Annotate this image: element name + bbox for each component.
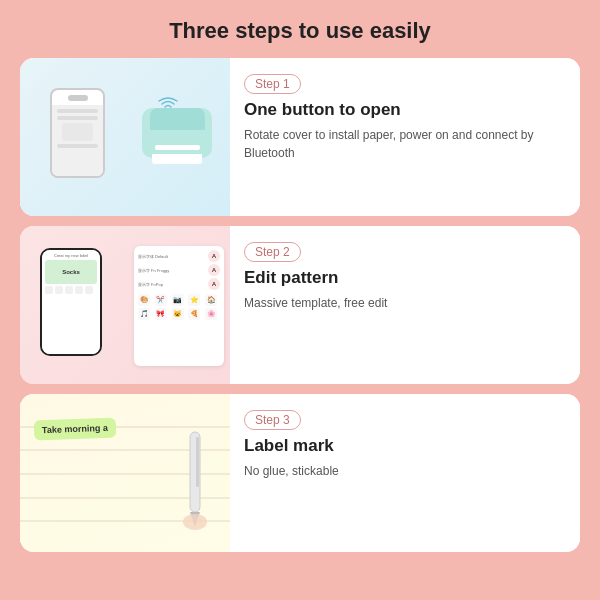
step3-badge: Step 3 <box>244 410 301 430</box>
step2-phone-screen: Creat my new label Socks <box>42 250 100 354</box>
side-panel-icon: A <box>208 278 220 290</box>
icon-cell: ⭐ <box>188 294 200 306</box>
phone-screen <box>52 105 103 176</box>
side-panel-row: 显示字 FnPop A <box>138 278 220 290</box>
step1-image <box>20 58 230 216</box>
icon-cell: 🎨 <box>138 294 150 306</box>
book-visual: Take morning a <box>20 394 230 552</box>
icon-cell: 🎵 <box>138 308 150 320</box>
step2-info: Step 2 Edit pattern Massive template, fr… <box>230 226 580 384</box>
side-panel-row: 显示字 Fn Froggy A <box>138 264 220 276</box>
pen-hand <box>170 422 220 552</box>
icon-cell: 📷 <box>172 294 184 306</box>
step2-label-preview: Socks <box>45 260 97 284</box>
phone-notch <box>68 95 88 101</box>
toolbar-item <box>85 286 93 294</box>
icon-cell: 🎀 <box>155 308 167 320</box>
step2-screen-header: Creat my new label <box>45 253 97 258</box>
step1-heading: One button to open <box>244 100 566 120</box>
step2-label-text: Socks <box>62 269 80 275</box>
steps-container: Step 1 One button to open Rotate cover t… <box>20 58 580 552</box>
side-panel-row: 显示字体 Default A <box>138 250 220 262</box>
step2-toolbar <box>45 286 97 294</box>
toolbar-item <box>55 286 63 294</box>
step3-card: Take morning a <box>20 394 580 552</box>
step3-info: Step 3 Label mark No glue, stickable <box>230 394 580 552</box>
toolbar-item <box>45 286 53 294</box>
icon-cell: ✂️ <box>155 294 167 306</box>
step3-description: No glue, stickable <box>244 462 566 480</box>
side-panel-icon: A <box>208 250 220 262</box>
step2-badge: Step 2 <box>244 242 301 262</box>
toolbar-item <box>65 286 73 294</box>
step1-badge: Step 1 <box>244 74 301 94</box>
step2-heading: Edit pattern <box>244 268 566 288</box>
page-title: Three steps to use easily <box>169 18 431 44</box>
step1-info: Step 1 One button to open Rotate cover t… <box>230 58 580 216</box>
screen-line <box>57 144 98 148</box>
side-panel-text: 显示字 Fn Froggy <box>138 268 206 273</box>
step1-phone <box>50 88 105 178</box>
icon-cell: 🍕 <box>188 308 200 320</box>
printer-slot <box>155 145 200 150</box>
icon-cell: 🐱 <box>172 308 184 320</box>
svg-rect-3 <box>196 437 199 487</box>
screen-line <box>57 109 98 113</box>
screen-box <box>62 123 94 141</box>
step3-heading: Label mark <box>244 436 566 456</box>
step2-description: Massive template, free edit <box>244 294 566 312</box>
step3-image: Take morning a <box>20 394 230 552</box>
step2-side-panel: 显示字体 Default A 显示字 Fn Froggy A 显示字 FnPop… <box>134 246 224 366</box>
side-panel-icon: A <box>208 264 220 276</box>
book-background: Take morning a <box>20 394 230 552</box>
step1-card: Step 1 One button to open Rotate cover t… <box>20 58 580 216</box>
toolbar-item <box>75 286 83 294</box>
step2-phone: Creat my new label Socks <box>40 248 102 356</box>
step1-description: Rotate cover to install paper, power on … <box>244 126 566 162</box>
step3-label-sticker: Take morning a <box>34 418 117 441</box>
svg-point-4 <box>183 514 207 530</box>
icons-grid: 🎨 ✂️ 📷 ⭐ 🏠 🎵 🎀 🐱 🍕 🌸 <box>138 294 220 320</box>
icon-cell: 🌸 <box>205 308 217 320</box>
step2-card: Creat my new label Socks 显示字体 <box>20 226 580 384</box>
step1-printer <box>142 108 212 158</box>
icon-cell: 🏠 <box>205 294 217 306</box>
step2-image: Creat my new label Socks 显示字体 <box>20 226 230 384</box>
side-panel-text: 显示字体 Default <box>138 254 206 259</box>
printer-paper <box>152 154 202 164</box>
printer-top <box>150 108 205 130</box>
side-panel-text: 显示字 FnPop <box>138 282 206 287</box>
screen-line <box>57 116 98 120</box>
